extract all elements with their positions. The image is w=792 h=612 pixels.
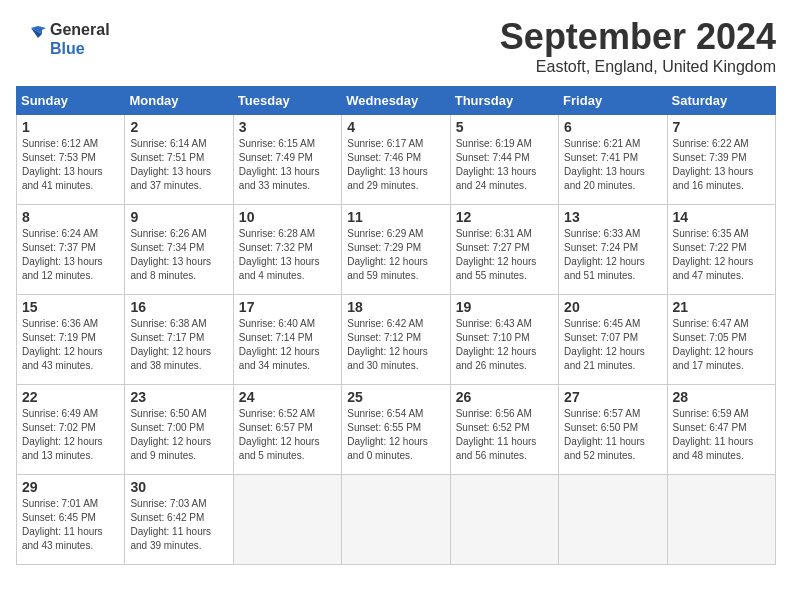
calendar-table: Sunday Monday Tuesday Wednesday Thursday… — [16, 86, 776, 565]
cell-info: Sunrise: 6:29 AMSunset: 7:29 PMDaylight:… — [347, 228, 428, 281]
calendar-cell — [233, 475, 341, 565]
calendar-cell: 2Sunrise: 6:14 AMSunset: 7:51 PMDaylight… — [125, 115, 233, 205]
day-number: 22 — [22, 389, 119, 405]
cell-info: Sunrise: 6:50 AMSunset: 7:00 PMDaylight:… — [130, 408, 211, 461]
calendar-cell: 5Sunrise: 6:19 AMSunset: 7:44 PMDaylight… — [450, 115, 558, 205]
table-row: 1Sunrise: 6:12 AMSunset: 7:53 PMDaylight… — [17, 115, 776, 205]
day-number: 24 — [239, 389, 336, 405]
title-block: September 2024 Eastoft, England, United … — [500, 16, 776, 76]
col-sunday: Sunday — [17, 87, 125, 115]
calendar-cell: 24Sunrise: 6:52 AMSunset: 6:57 PMDayligh… — [233, 385, 341, 475]
day-number: 21 — [673, 299, 770, 315]
calendar-cell: 9Sunrise: 6:26 AMSunset: 7:34 PMDaylight… — [125, 205, 233, 295]
day-number: 6 — [564, 119, 661, 135]
calendar-cell: 23Sunrise: 6:50 AMSunset: 7:00 PMDayligh… — [125, 385, 233, 475]
calendar-cell: 6Sunrise: 6:21 AMSunset: 7:41 PMDaylight… — [559, 115, 667, 205]
cell-info: Sunrise: 6:21 AMSunset: 7:41 PMDaylight:… — [564, 138, 645, 191]
cell-info: Sunrise: 6:26 AMSunset: 7:34 PMDaylight:… — [130, 228, 211, 281]
cell-info: Sunrise: 6:36 AMSunset: 7:19 PMDaylight:… — [22, 318, 103, 371]
col-wednesday: Wednesday — [342, 87, 450, 115]
day-number: 16 — [130, 299, 227, 315]
cell-info: Sunrise: 6:28 AMSunset: 7:32 PMDaylight:… — [239, 228, 320, 281]
day-number: 17 — [239, 299, 336, 315]
cell-info: Sunrise: 6:45 AMSunset: 7:07 PMDaylight:… — [564, 318, 645, 371]
calendar-cell: 30Sunrise: 7:03 AMSunset: 6:42 PMDayligh… — [125, 475, 233, 565]
day-number: 26 — [456, 389, 553, 405]
day-number: 8 — [22, 209, 119, 225]
calendar-cell — [450, 475, 558, 565]
cell-info: Sunrise: 6:43 AMSunset: 7:10 PMDaylight:… — [456, 318, 537, 371]
cell-info: Sunrise: 6:31 AMSunset: 7:27 PMDaylight:… — [456, 228, 537, 281]
day-number: 29 — [22, 479, 119, 495]
calendar-cell: 28Sunrise: 6:59 AMSunset: 6:47 PMDayligh… — [667, 385, 775, 475]
logo-bird-icon — [16, 24, 46, 54]
day-number: 14 — [673, 209, 770, 225]
day-number: 2 — [130, 119, 227, 135]
cell-info: Sunrise: 6:14 AMSunset: 7:51 PMDaylight:… — [130, 138, 211, 191]
cell-info: Sunrise: 6:35 AMSunset: 7:22 PMDaylight:… — [673, 228, 754, 281]
calendar-cell: 10Sunrise: 6:28 AMSunset: 7:32 PMDayligh… — [233, 205, 341, 295]
day-number: 13 — [564, 209, 661, 225]
calendar-cell: 3Sunrise: 6:15 AMSunset: 7:49 PMDaylight… — [233, 115, 341, 205]
table-row: 29Sunrise: 7:01 AMSunset: 6:45 PMDayligh… — [17, 475, 776, 565]
calendar-cell: 1Sunrise: 6:12 AMSunset: 7:53 PMDaylight… — [17, 115, 125, 205]
calendar-cell: 19Sunrise: 6:43 AMSunset: 7:10 PMDayligh… — [450, 295, 558, 385]
header-row: Sunday Monday Tuesday Wednesday Thursday… — [17, 87, 776, 115]
calendar-cell: 11Sunrise: 6:29 AMSunset: 7:29 PMDayligh… — [342, 205, 450, 295]
cell-info: Sunrise: 6:15 AMSunset: 7:49 PMDaylight:… — [239, 138, 320, 191]
cell-info: Sunrise: 6:42 AMSunset: 7:12 PMDaylight:… — [347, 318, 428, 371]
calendar-cell — [667, 475, 775, 565]
cell-info: Sunrise: 6:12 AMSunset: 7:53 PMDaylight:… — [22, 138, 103, 191]
calendar-cell: 16Sunrise: 6:38 AMSunset: 7:17 PMDayligh… — [125, 295, 233, 385]
col-friday: Friday — [559, 87, 667, 115]
day-number: 11 — [347, 209, 444, 225]
calendar-cell: 22Sunrise: 6:49 AMSunset: 7:02 PMDayligh… — [17, 385, 125, 475]
cell-info: Sunrise: 6:24 AMSunset: 7:37 PMDaylight:… — [22, 228, 103, 281]
day-number: 25 — [347, 389, 444, 405]
calendar-cell: 7Sunrise: 6:22 AMSunset: 7:39 PMDaylight… — [667, 115, 775, 205]
day-number: 19 — [456, 299, 553, 315]
day-number: 9 — [130, 209, 227, 225]
col-saturday: Saturday — [667, 87, 775, 115]
col-tuesday: Tuesday — [233, 87, 341, 115]
logo-general: General — [50, 20, 110, 39]
calendar-cell: 4Sunrise: 6:17 AMSunset: 7:46 PMDaylight… — [342, 115, 450, 205]
cell-info: Sunrise: 6:38 AMSunset: 7:17 PMDaylight:… — [130, 318, 211, 371]
logo: General Blue — [16, 20, 110, 58]
col-monday: Monday — [125, 87, 233, 115]
col-thursday: Thursday — [450, 87, 558, 115]
table-row: 8Sunrise: 6:24 AMSunset: 7:37 PMDaylight… — [17, 205, 776, 295]
day-number: 18 — [347, 299, 444, 315]
cell-info: Sunrise: 6:17 AMSunset: 7:46 PMDaylight:… — [347, 138, 428, 191]
cell-info: Sunrise: 6:54 AMSunset: 6:55 PMDaylight:… — [347, 408, 428, 461]
cell-info: Sunrise: 6:52 AMSunset: 6:57 PMDaylight:… — [239, 408, 320, 461]
header: General Blue September 2024 Eastoft, Eng… — [16, 16, 776, 76]
day-number: 28 — [673, 389, 770, 405]
calendar-cell: 25Sunrise: 6:54 AMSunset: 6:55 PMDayligh… — [342, 385, 450, 475]
calendar-cell: 18Sunrise: 6:42 AMSunset: 7:12 PMDayligh… — [342, 295, 450, 385]
cell-info: Sunrise: 6:19 AMSunset: 7:44 PMDaylight:… — [456, 138, 537, 191]
calendar-cell: 17Sunrise: 6:40 AMSunset: 7:14 PMDayligh… — [233, 295, 341, 385]
calendar-cell: 20Sunrise: 6:45 AMSunset: 7:07 PMDayligh… — [559, 295, 667, 385]
cell-info: Sunrise: 7:03 AMSunset: 6:42 PMDaylight:… — [130, 498, 211, 551]
calendar-cell: 29Sunrise: 7:01 AMSunset: 6:45 PMDayligh… — [17, 475, 125, 565]
calendar-cell: 13Sunrise: 6:33 AMSunset: 7:24 PMDayligh… — [559, 205, 667, 295]
calendar-cell: 8Sunrise: 6:24 AMSunset: 7:37 PMDaylight… — [17, 205, 125, 295]
day-number: 3 — [239, 119, 336, 135]
calendar-cell — [342, 475, 450, 565]
cell-info: Sunrise: 6:33 AMSunset: 7:24 PMDaylight:… — [564, 228, 645, 281]
cell-info: Sunrise: 6:22 AMSunset: 7:39 PMDaylight:… — [673, 138, 754, 191]
cell-info: Sunrise: 6:56 AMSunset: 6:52 PMDaylight:… — [456, 408, 537, 461]
table-row: 22Sunrise: 6:49 AMSunset: 7:02 PMDayligh… — [17, 385, 776, 475]
calendar-cell: 12Sunrise: 6:31 AMSunset: 7:27 PMDayligh… — [450, 205, 558, 295]
cell-info: Sunrise: 7:01 AMSunset: 6:45 PMDaylight:… — [22, 498, 103, 551]
day-number: 5 — [456, 119, 553, 135]
month-title: September 2024 — [500, 16, 776, 58]
cell-info: Sunrise: 6:59 AMSunset: 6:47 PMDaylight:… — [673, 408, 754, 461]
cell-info: Sunrise: 6:40 AMSunset: 7:14 PMDaylight:… — [239, 318, 320, 371]
day-number: 27 — [564, 389, 661, 405]
calendar-cell: 27Sunrise: 6:57 AMSunset: 6:50 PMDayligh… — [559, 385, 667, 475]
day-number: 20 — [564, 299, 661, 315]
calendar-cell: 14Sunrise: 6:35 AMSunset: 7:22 PMDayligh… — [667, 205, 775, 295]
calendar-cell — [559, 475, 667, 565]
